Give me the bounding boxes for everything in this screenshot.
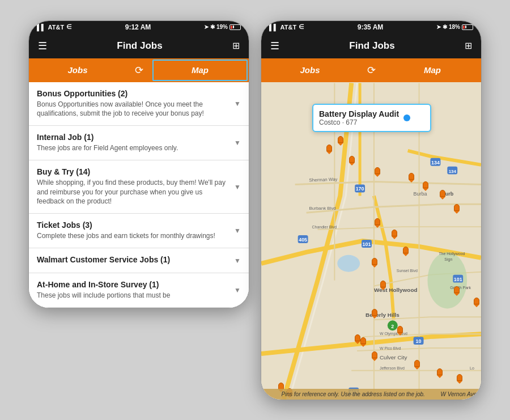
chevron-ticket: ▼ xyxy=(234,227,241,235)
map-pin-8[interactable] xyxy=(454,204,460,214)
status-right-right: ➤ ✱ 18% xyxy=(436,24,473,30)
tooltip-dot xyxy=(403,114,410,121)
map-pin-5[interactable] xyxy=(409,173,414,183)
map-tooltip[interactable]: Battery Display Audit Costco · 677 xyxy=(312,104,431,132)
location-icon-right: ➤ xyxy=(436,24,441,30)
map-pin-16[interactable] xyxy=(372,309,377,319)
map-pin-22[interactable] xyxy=(437,368,443,378)
carrier-label: AT&T xyxy=(48,24,65,31)
job-desc-internal: These jobs are for Field Agent employees… xyxy=(37,143,230,153)
status-right: ➤ ✱ 19% xyxy=(204,24,241,30)
tab-refresh-right[interactable]: ⟳ xyxy=(359,64,384,77)
job-content-survey: At-Home and In-Store Survey (1) These jo… xyxy=(37,280,230,300)
svg-text:405: 405 xyxy=(299,236,307,242)
hamburger-menu-right[interactable]: ☰ xyxy=(270,40,279,52)
map-pin-4[interactable] xyxy=(375,167,380,177)
svg-text:W Olympic Blvd: W Olympic Blvd xyxy=(380,332,407,336)
svg-text:Culver City: Culver City xyxy=(380,354,407,360)
chevron-walmart: ▼ xyxy=(234,257,241,265)
status-left: ▌▌ AT&T ∈ xyxy=(37,23,72,31)
map-pin-7[interactable] xyxy=(440,190,445,200)
chevron-internal: ▼ xyxy=(234,139,241,147)
signal-bars-right: ▌▌ xyxy=(269,24,278,31)
map-pin-13[interactable] xyxy=(380,281,386,290)
job-item-buytry[interactable]: Buy & Try (14) While shopping, if you fi… xyxy=(29,160,249,214)
header-title-left: Find Jobs xyxy=(117,40,162,52)
map-pin-23[interactable] xyxy=(457,374,462,384)
jobs-list: Bonus Opportunities (2) Bonus Opportunit… xyxy=(29,82,249,308)
map-pin-9[interactable] xyxy=(375,218,380,228)
job-desc-bonus: Bonus Opportunities now available! Once … xyxy=(37,100,230,119)
hamburger-menu-left[interactable]: ☰ xyxy=(38,40,47,52)
job-item-bonus[interactable]: Bonus Opportunities (2) Bonus Opportunit… xyxy=(29,82,249,126)
header-title-right: Find Jobs xyxy=(349,40,394,52)
tab-map-left[interactable]: Map xyxy=(151,58,249,82)
svg-text:The Hollywood: The Hollywood xyxy=(439,251,465,256)
map-pin-14[interactable] xyxy=(454,286,460,296)
map-pin-15[interactable] xyxy=(474,298,479,307)
carrier-label-right: AT&T xyxy=(280,24,297,31)
chevron-bonus: ▼ xyxy=(234,100,241,108)
map-view[interactable]: Sherman Way Burbank Blvd Chandler Blvd S… xyxy=(261,82,481,400)
signal-bars: ▌▌ xyxy=(37,24,46,31)
filter-icon-left[interactable]: ⊞ xyxy=(232,40,240,51)
job-title-walmart: Walmart Customer Service Jobs (1) xyxy=(37,255,230,264)
job-content-internal: Internal Job (1) These jobs are for Fiel… xyxy=(37,133,230,153)
app-header-left: ☰ Find Jobs ⊞ xyxy=(29,33,249,58)
svg-text:Lo: Lo xyxy=(470,366,474,370)
job-title-survey: At-Home and In-Store Survey (1) xyxy=(37,280,230,289)
tab-jobs-left[interactable]: Jobs xyxy=(29,58,126,82)
svg-text:Sign: Sign xyxy=(444,257,452,261)
map-pin-11[interactable] xyxy=(403,247,409,256)
map-pin-12[interactable] xyxy=(372,258,377,268)
map-pin-3[interactable] xyxy=(349,156,355,166)
job-item-internal[interactable]: Internal Job (1) These jobs are for Fiel… xyxy=(29,126,249,160)
job-title-internal: Internal Job (1) xyxy=(37,133,230,142)
svg-text:134: 134 xyxy=(449,168,457,173)
battery-pct-left: 19% xyxy=(216,24,228,30)
tab-refresh-left[interactable]: ⟳ xyxy=(126,64,151,77)
map-pin-1[interactable] xyxy=(326,145,332,154)
status-left-right: ▌▌ AT&T ∈ xyxy=(269,23,304,31)
tooltip-title: Battery Display Audit xyxy=(319,109,399,118)
battery-pct-right: 18% xyxy=(449,24,460,30)
time-display: 9:12 AM xyxy=(125,23,151,31)
job-content-buytry: Buy & Try (14) While shopping, if you fi… xyxy=(37,167,230,206)
map-pin-19[interactable] xyxy=(360,337,366,347)
map-pin-18[interactable] xyxy=(355,334,360,344)
map-pin-2[interactable] xyxy=(338,136,343,146)
svg-text:Beverly Hills: Beverly Hills xyxy=(366,312,400,318)
map-note: Pins for reference only. Use the address… xyxy=(261,389,481,400)
map-pin-6[interactable] xyxy=(423,181,428,191)
app-header-right: ☰ Find Jobs ⊞ xyxy=(261,33,481,58)
svg-text:Chandler Blvd: Chandler Blvd xyxy=(312,225,337,229)
job-item-walmart[interactable]: Walmart Customer Service Jobs (1) ▼ xyxy=(29,248,249,273)
bluetooth-icon: ✱ xyxy=(210,24,215,30)
svg-text:Burba: Burba xyxy=(414,191,427,197)
filter-icon-right[interactable]: ⊞ xyxy=(465,40,472,51)
tab-jobs-right[interactable]: Jobs xyxy=(261,58,359,82)
map-pin-21[interactable] xyxy=(414,360,420,370)
tab-map-label-right: Map xyxy=(424,65,441,75)
wifi-icon: ∈ xyxy=(66,23,72,31)
svg-text:101: 101 xyxy=(454,276,462,282)
job-item-ticket[interactable]: Ticket Jobs (3) Complete these jobs and … xyxy=(29,214,249,248)
battery-icon-right xyxy=(462,24,473,30)
job-title-ticket: Ticket Jobs (3) xyxy=(37,220,230,230)
tab-map-right[interactable]: Map xyxy=(384,58,481,82)
map-pin-17[interactable] xyxy=(397,326,403,336)
tab-jobs-label-right: Jobs xyxy=(300,65,320,75)
svg-text:Jefferson Blvd: Jefferson Blvd xyxy=(380,366,405,370)
map-pin-10[interactable] xyxy=(392,230,397,239)
battery-icon-left xyxy=(230,24,241,30)
map-pin-20[interactable] xyxy=(372,351,377,361)
svg-text:W Pico Blvd: W Pico Blvd xyxy=(380,346,401,350)
svg-point-2 xyxy=(337,254,360,271)
tab-bar-left: Jobs ⟳ Map xyxy=(29,58,249,82)
job-item-survey[interactable]: At-Home and In-Store Survey (1) These jo… xyxy=(29,273,249,308)
svg-text:Burbank Blvd: Burbank Blvd xyxy=(309,206,336,211)
chevron-buytry: ▼ xyxy=(234,183,241,191)
tooltip-text: Battery Display Audit Costco · 677 xyxy=(319,109,399,126)
svg-text:2: 2 xyxy=(391,324,394,329)
tab-jobs-label-left: Jobs xyxy=(67,65,87,75)
